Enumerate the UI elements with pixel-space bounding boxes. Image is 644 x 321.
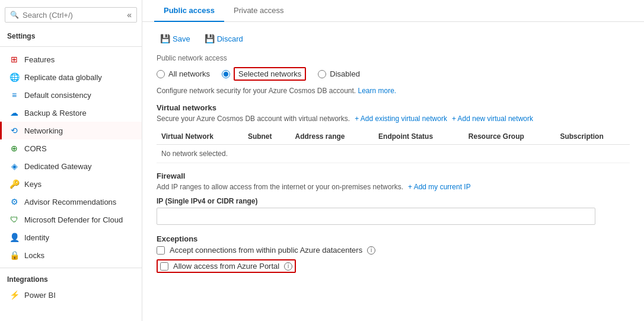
radio-disabled-input[interactable]: [318, 70, 326, 78]
exception-azure-dc-label: Accept connections from within public Az…: [170, 246, 362, 255]
exception-azure-portal[interactable]: Allow access from Azure Portal i: [160, 262, 292, 271]
col-endpoint-status: Endpoint Status: [374, 129, 464, 145]
col-virtual-network: Virtual Network: [157, 129, 243, 145]
tab-public-access[interactable]: Public access: [154, 0, 224, 22]
exception-azure-portal-highlight: Allow access from Azure Portal i: [157, 259, 296, 273]
sidebar-item-defender[interactable]: 🛡 Microsoft Defender for Cloud: [0, 211, 142, 228]
settings-section-label: Settings: [0, 28, 142, 43]
radio-all-networks[interactable]: All networks: [157, 69, 210, 78]
backup-icon: ☁: [9, 107, 20, 118]
network-access-radio-group: All networks Selected networks Disabled: [157, 67, 630, 81]
azure-portal-info-icon[interactable]: i: [284, 262, 292, 271]
replicate-icon: 🌐: [9, 72, 20, 82]
keys-icon: 🔑: [9, 179, 20, 189]
search-input[interactable]: [23, 11, 127, 20]
networking-icon: ⟲: [9, 125, 20, 136]
content-area: 💾 Save 💾 Discard Public network access A…: [142, 22, 644, 321]
sidebar-item-label: CORS: [24, 144, 47, 153]
radio-disabled[interactable]: Disabled: [318, 69, 360, 78]
exceptions-section: Exceptions Accept connections from withi…: [157, 234, 630, 273]
sidebar-item-advisor[interactable]: ⚙ Advisor Recommendations: [0, 193, 142, 211]
exception-azure-dc[interactable]: Accept connections from within public Az…: [157, 246, 630, 255]
discard-icon: 💾: [205, 34, 215, 43]
tab-bar: Public access Private access: [142, 0, 644, 22]
firewall-desc-text: Add IP ranges to allow access from the i…: [157, 183, 403, 191]
save-button[interactable]: 💾 Save: [157, 31, 194, 46]
sidebar-item-gateway[interactable]: ◈ Dedicated Gateway: [0, 157, 142, 175]
col-address-range: Address range: [291, 129, 374, 145]
sidebar-item-networking[interactable]: ⟲ Networking: [0, 122, 142, 139]
features-icon: ⊞: [9, 54, 20, 65]
sidebar-item-label: Locks: [24, 251, 44, 260]
sidebar-item-backup[interactable]: ☁ Backup & Restore: [0, 104, 142, 122]
settings-divider: [0, 46, 142, 47]
vnet-table-header: Virtual Network Subnet Address range End…: [157, 129, 630, 145]
save-icon: 💾: [160, 34, 170, 43]
sidebar-item-label: Default consistency: [24, 91, 91, 100]
no-network-row: No network selected.: [157, 145, 630, 163]
identity-icon: 👤: [9, 232, 20, 243]
sidebar-item-label: Keys: [24, 180, 42, 189]
exception-azure-portal-label: Allow access from Azure Portal: [173, 262, 279, 271]
exception-azure-dc-checkbox[interactable]: [157, 246, 165, 255]
sidebar-item-label: Backup & Restore: [24, 109, 87, 117]
integrations-section-label: Integrations: [0, 272, 142, 286]
consistency-icon: ≡: [9, 90, 20, 100]
sidebar-item-replicate[interactable]: 🌐 Replicate data globally: [0, 68, 142, 86]
tab-private-access[interactable]: Private access: [224, 0, 294, 22]
virtual-networks-table: Virtual Network Subnet Address range End…: [157, 129, 630, 163]
powerbi-icon: ⚡: [9, 290, 20, 300]
sidebar-item-label: Microsoft Defender for Cloud: [24, 215, 123, 224]
add-new-vnet-link[interactable]: + Add new virtual network: [452, 115, 533, 123]
search-icon: 🔍: [10, 11, 19, 19]
azure-dc-info-icon[interactable]: i: [367, 246, 375, 255]
add-existing-vnet-link[interactable]: + Add existing virtual network: [355, 115, 447, 123]
configure-info-text: Configure network security for your Azur…: [157, 87, 630, 95]
collapse-button[interactable]: «: [127, 10, 132, 20]
ip-input[interactable]: [157, 208, 595, 225]
cors-icon: ⊕: [9, 143, 20, 154]
sidebar-item-powerbi[interactable]: ⚡ Power BI: [0, 286, 142, 304]
advisor-icon: ⚙: [9, 196, 20, 207]
radio-selected-networks[interactable]: Selected networks: [222, 67, 306, 81]
sidebar-item-features[interactable]: ⊞ Features: [0, 50, 142, 68]
sidebar-item-label: Power BI: [24, 291, 56, 300]
sidebar-item-label: Replicate data globally: [24, 73, 102, 82]
sidebar: 🔍 « Settings ⊞ Features 🌐 Replicate data…: [0, 0, 142, 321]
virtual-networks-section: Virtual networks Secure your Azure Cosmo…: [157, 103, 630, 163]
col-resource-group: Resource Group: [464, 129, 556, 145]
sidebar-item-label: Identity: [24, 233, 49, 242]
radio-selected-networks-input[interactable]: [222, 70, 230, 78]
configure-info-text-content: Configure network security for your Azur…: [157, 87, 356, 95]
selected-networks-highlight: Selected networks: [234, 67, 306, 81]
add-my-ip-link[interactable]: + Add my current IP: [408, 183, 471, 191]
sidebar-item-label: Networking: [24, 126, 63, 135]
no-network-message: No network selected.: [157, 145, 630, 163]
radio-all-networks-label: All networks: [168, 69, 210, 78]
sidebar-item-consistency[interactable]: ≡ Default consistency: [0, 86, 142, 104]
sidebar-item-identity[interactable]: 👤 Identity: [0, 228, 142, 246]
radio-all-networks-input[interactable]: [157, 70, 165, 78]
virtual-networks-desc: Secure your Azure Cosmos DB account with…: [157, 115, 630, 123]
radio-disabled-label: Disabled: [330, 69, 360, 78]
sidebar-item-cors[interactable]: ⊕ CORS: [0, 139, 142, 157]
learn-more-link[interactable]: Learn more.: [358, 87, 396, 95]
sidebar-item-label: Advisor Recommendations: [24, 198, 116, 206]
search-box[interactable]: 🔍 «: [5, 7, 137, 23]
col-subnet: Subnet: [243, 129, 291, 145]
discard-button[interactable]: 💾 Discard: [201, 31, 247, 46]
firewall-section: Firewall Add IP ranges to allow access f…: [157, 171, 630, 225]
virtual-networks-desc-text: Secure your Azure Cosmos DB account with…: [157, 115, 350, 123]
radio-selected-networks-label: Selected networks: [238, 69, 301, 78]
exception-azure-portal-checkbox[interactable]: [160, 262, 168, 271]
firewall-desc: Add IP ranges to allow access from the i…: [157, 183, 630, 191]
sidebar-item-locks[interactable]: 🔒 Locks: [0, 246, 142, 264]
firewall-title: Firewall: [157, 171, 630, 180]
col-subscription: Subscription: [555, 129, 630, 145]
sidebar-item-keys[interactable]: 🔑 Keys: [0, 175, 142, 193]
sidebar-item-label: Features: [24, 55, 55, 64]
toolbar: 💾 Save 💾 Discard: [157, 31, 630, 46]
virtual-networks-title: Virtual networks: [157, 103, 630, 112]
ip-label: IP (Single IPv4 or CIDR range): [157, 197, 630, 205]
exceptions-title: Exceptions: [157, 234, 630, 243]
